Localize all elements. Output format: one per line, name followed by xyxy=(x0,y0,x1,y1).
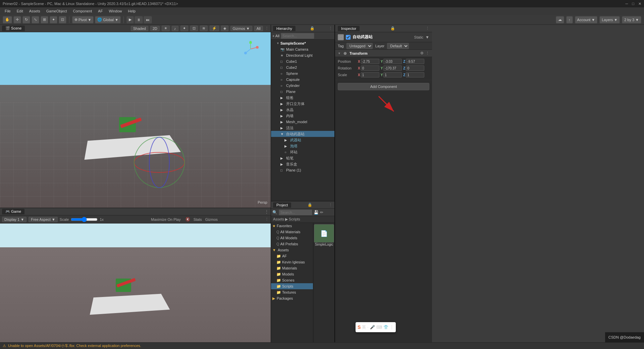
2d-btn[interactable]: 2D xyxy=(150,26,160,31)
hierarchy-item-weapon-station[interactable]: ▶ 武器站 xyxy=(271,137,334,143)
flare-btn[interactable]: ⚡ xyxy=(210,26,219,31)
stats-btn[interactable]: Stats xyxy=(194,217,202,221)
project-all-models[interactable]: Q All Models xyxy=(271,235,313,241)
scale-y-input[interactable] xyxy=(383,72,402,78)
scale-z-input[interactable] xyxy=(406,72,424,78)
inspector-lock[interactable]: 🔒 xyxy=(390,26,395,31)
hierarchy-item-cube2[interactable]: □ Cube2 xyxy=(271,64,334,70)
rotation-z-input[interactable] xyxy=(406,65,424,71)
hierarchy-item-mesh-model[interactable]: ▶ Mesh_model xyxy=(271,119,334,125)
minimize-btn[interactable]: ─ xyxy=(626,2,628,6)
cloud-btn[interactable]: ↑ xyxy=(566,16,573,23)
transform-tool-btn[interactable]: ✦ xyxy=(50,16,57,23)
hierarchy-item-huofa[interactable]: ▶ 活法 xyxy=(271,125,334,131)
hierarchy-item-music-box[interactable]: ▶ 音乐盒 xyxy=(271,161,334,167)
tab-inspector[interactable]: Inspector xyxy=(338,26,360,31)
object-name-field[interactable]: 自动武器站 xyxy=(353,34,412,40)
object-active-checkbox[interactable] xyxy=(346,35,351,40)
hand-tool-btn[interactable]: ✋ xyxy=(3,16,12,23)
ime-punctuation[interactable]: · xyxy=(367,325,368,330)
custom-tool-btn[interactable]: ⊡ xyxy=(59,16,66,23)
position-y-input[interactable] xyxy=(383,59,402,64)
tab-scene[interactable]: 🎬 Scene xyxy=(2,26,25,31)
hierarchy-item-dir-light[interactable]: ☀ Directional Light xyxy=(271,52,334,58)
hierarchy-search[interactable] xyxy=(281,33,314,39)
project-file-simple-logic[interactable]: 📄 SimpleLogic xyxy=(315,224,333,246)
hierarchy-item-capsule[interactable]: ○ Capsule xyxy=(271,77,334,83)
light-btn[interactable]: ☀ xyxy=(162,26,170,31)
mute-btn[interactable]: 🔇 xyxy=(185,217,190,221)
maximize-btn[interactable]: □ xyxy=(632,2,634,6)
project-scenes[interactable]: 📁 Scenes xyxy=(271,277,313,283)
ime-lang[interactable]: 英 xyxy=(362,325,366,330)
maximize-on-play[interactable]: Maximize On Play xyxy=(151,217,181,221)
project-assets-header[interactable]: ▼ Assets xyxy=(271,247,313,253)
skybox-btn[interactable]: ⊡ xyxy=(190,26,198,31)
global-btn[interactable]: 🌐 Global ▼ xyxy=(95,16,121,23)
rect-tool-btn[interactable]: ⊞ xyxy=(41,16,48,23)
rotation-y-input[interactable] xyxy=(383,65,402,71)
scale-slider[interactable] xyxy=(71,217,98,221)
step-btn[interactable]: ⏭ xyxy=(144,16,152,23)
fog-btn[interactable]: ≋ xyxy=(200,26,208,31)
hierarchy-item-cylinder[interactable]: ○ Cylinder xyxy=(271,83,334,89)
hierarchy-item-inner-wall[interactable]: ▶ 内墙 xyxy=(271,113,334,119)
tab-hierarchy[interactable]: Hierarchy xyxy=(273,26,296,31)
hierarchy-item-cube1[interactable]: □ Cube1 xyxy=(271,58,334,64)
scale-tool-btn[interactable]: ⤡ xyxy=(32,16,39,23)
hierarchy-item-crystal[interactable]: ▶ 水晶 xyxy=(271,107,334,113)
position-z-input[interactable] xyxy=(406,59,424,64)
hierarchy-item-pencil[interactable]: ▶ 铅笔 xyxy=(271,155,334,161)
menu-window[interactable]: Window xyxy=(106,8,124,14)
transform-more-icon[interactable]: ⋮ xyxy=(426,51,429,55)
game-toolbar-menu[interactable]: ⋮ xyxy=(265,217,269,221)
menu-af[interactable]: AF xyxy=(95,8,105,14)
layout-btn[interactable]: 2 by 3 ▼ xyxy=(622,16,641,23)
hierarchy-item-sphere[interactable]: ○ Sphere xyxy=(271,70,334,77)
menu-gameobject[interactable]: GameObject xyxy=(44,8,70,14)
scale-x-input[interactable] xyxy=(361,72,379,78)
game-panel-menu[interactable]: ⋮ xyxy=(265,209,269,214)
hierarchy-item-open-cube[interactable]: ▶ 开口立方体 xyxy=(271,101,334,107)
display-btn[interactable]: Display 1 ▼ xyxy=(2,217,26,222)
hierarchy-menu[interactable]: ⋮ xyxy=(329,26,332,31)
hierarchy-item-plane1[interactable]: □ Plane (1) xyxy=(271,167,334,173)
transform-component-header[interactable]: ▼ ⊕ Transform ⚙ ⋮ xyxy=(335,50,432,57)
hierarchy-item-plane[interactable]: □ Plane xyxy=(271,89,334,95)
hierarchy-item-auto-weapon[interactable]: ▼ 自动武器站 xyxy=(271,131,334,137)
shaded-btn[interactable]: Shaded xyxy=(131,26,148,31)
tab-project[interactable]: Project xyxy=(273,202,291,208)
project-lock[interactable]: 🔒 xyxy=(308,203,312,207)
add-component-btn[interactable]: Add Component xyxy=(338,83,429,90)
menu-help[interactable]: Help xyxy=(125,8,139,14)
hierarchy-item-paota[interactable]: ▶ 泡塔 xyxy=(271,143,334,149)
project-materials[interactable]: 📁 Materials xyxy=(271,265,313,271)
project-kevin[interactable]: 📁 Kevin Iglesias xyxy=(271,259,313,265)
static-dropdown-arrow[interactable]: ▼ xyxy=(425,35,429,40)
ime-more[interactable]: ⋮ xyxy=(390,325,394,330)
project-search-input[interactable] xyxy=(279,209,312,215)
hierarchy-item-group1[interactable]: ▶ 组爸 xyxy=(271,95,334,101)
scene-axes-gizmo[interactable] xyxy=(240,39,261,59)
project-all-materials[interactable]: Q All Materials xyxy=(271,229,313,235)
hierarchy-item-huanzhan[interactable]: ○ 环站 xyxy=(271,149,334,155)
collab-btn[interactable]: ☁ xyxy=(556,16,564,23)
close-btn[interactable]: ✕ xyxy=(638,2,641,6)
play-btn[interactable]: ▶ xyxy=(126,16,134,23)
project-favorites-header[interactable]: ★ Favorites xyxy=(271,223,313,229)
project-textures[interactable]: 📁 Textures xyxy=(271,289,313,295)
layers-btn[interactable]: Layers ▼ xyxy=(599,16,620,23)
menu-file[interactable]: File xyxy=(2,8,13,14)
fx-btn[interactable]: ✦ xyxy=(180,26,188,31)
ime-mic[interactable]: 🎤 xyxy=(370,325,375,330)
pause-btn[interactable]: ⏸ xyxy=(135,16,143,23)
rotate-tool-btn[interactable]: ↻ xyxy=(22,16,30,23)
ime-keyboard[interactable]: ⌨ xyxy=(376,325,382,330)
all-btn[interactable]: All xyxy=(254,26,263,31)
move-tool-btn[interactable]: ✛ xyxy=(13,16,21,23)
tag-dropdown[interactable]: Untagged xyxy=(346,43,373,49)
menu-edit[interactable]: Edit xyxy=(14,8,26,14)
ime-shirt[interactable]: 👕 xyxy=(383,325,388,330)
project-af[interactable]: 📁 AF xyxy=(271,253,313,259)
game-gizmos-btn[interactable]: Gizmos xyxy=(205,217,218,221)
